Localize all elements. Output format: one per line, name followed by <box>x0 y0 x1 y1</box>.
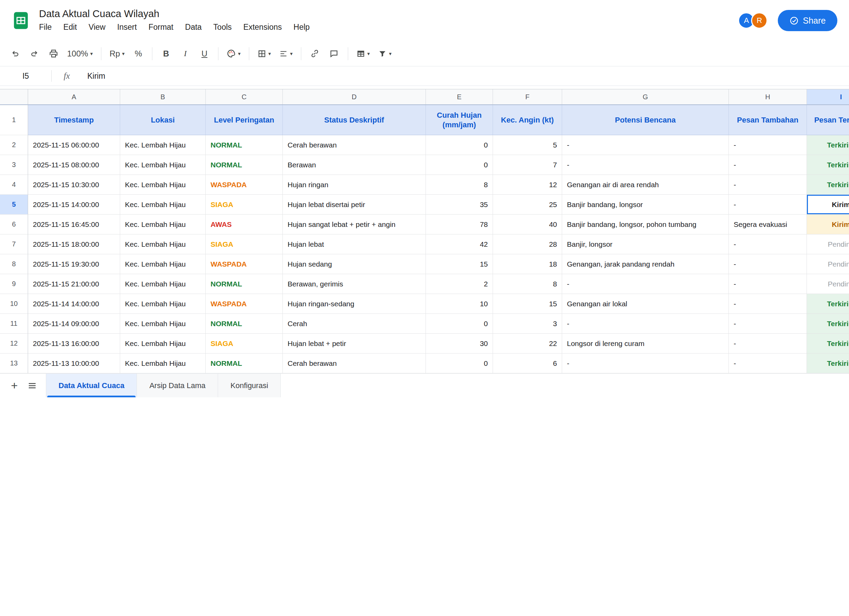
menu-data[interactable]: Data <box>179 21 208 34</box>
cell-D8[interactable]: Hujan sedang <box>283 254 426 274</box>
column-header-A[interactable]: A <box>28 89 120 104</box>
header-cell-A1[interactable]: Timestamp <box>28 105 120 135</box>
cell-A6[interactable]: 2025-11-15 16:45:00 <box>28 214 120 234</box>
cell-H11[interactable]: - <box>729 314 807 334</box>
cell-F3[interactable]: 7 <box>493 155 562 175</box>
cell-B4[interactable]: Kec. Lembah Hijau <box>120 175 206 195</box>
cell-E6[interactable]: 78 <box>426 214 493 234</box>
cell-E4[interactable]: 8 <box>426 175 493 195</box>
cell-G3[interactable]: - <box>562 155 729 175</box>
percent-format-button[interactable]: % <box>130 45 147 63</box>
cell-F6[interactable]: 40 <box>493 214 562 234</box>
cell-D3[interactable]: Berawan <box>283 155 426 175</box>
cell-C3[interactable]: NORMAL <box>206 155 283 175</box>
cell-E13[interactable]: 0 <box>426 354 493 373</box>
cell-F12[interactable]: 22 <box>493 334 562 354</box>
cell-E9[interactable]: 2 <box>426 274 493 294</box>
align-button[interactable]: ▾ <box>276 45 296 63</box>
cell-A13[interactable]: 2025-11-13 10:00:00 <box>28 354 120 373</box>
sheet-tab-data-aktual-cuaca[interactable]: Data Aktual Cuaca <box>46 374 137 397</box>
cell-H9[interactable]: - <box>729 274 807 294</box>
formula-input[interactable]: Kirim <box>82 71 105 81</box>
cell-C2[interactable]: NORMAL <box>206 135 283 155</box>
cell-F11[interactable]: 3 <box>493 314 562 334</box>
menu-extensions[interactable]: Extensions <box>238 21 288 34</box>
filter-button[interactable]: ▾ <box>374 45 395 63</box>
row-header-12[interactable]: 12 <box>0 334 28 354</box>
column-header-B[interactable]: B <box>120 89 206 104</box>
row-header-4[interactable]: 4 <box>0 175 28 195</box>
underline-button[interactable]: U <box>195 45 213 63</box>
cell-D4[interactable]: Hujan ringan <box>283 175 426 195</box>
undo-button[interactable] <box>6 45 24 63</box>
cell-I2[interactable]: Terkirim <box>807 135 849 155</box>
cell-F2[interactable]: 5 <box>493 135 562 155</box>
cell-I10[interactable]: Terkirim <box>807 294 849 314</box>
header-cell-B1[interactable]: Lokasi <box>120 105 206 135</box>
cell-E12[interactable]: 30 <box>426 334 493 354</box>
cell-G12[interactable]: Longsor di lereng curam <box>562 334 729 354</box>
row-header-8[interactable]: 8 <box>0 254 28 274</box>
redo-button[interactable] <box>25 45 43 63</box>
avatar-r[interactable]: R <box>751 12 767 29</box>
menu-edit[interactable]: Edit <box>58 21 83 34</box>
header-cell-D1[interactable]: Status Deskriptif <box>283 105 426 135</box>
row-header-3[interactable]: 3 <box>0 155 28 175</box>
cell-E5[interactable]: 35 <box>426 195 493 214</box>
cell-H12[interactable]: - <box>729 334 807 354</box>
cell-F5[interactable]: 25 <box>493 195 562 214</box>
select-all-corner[interactable] <box>0 89 28 104</box>
menu-tools[interactable]: Tools <box>207 21 238 34</box>
cell-D6[interactable]: Hujan sangat lebat + petir + angin <box>283 214 426 234</box>
cell-G7[interactable]: Banjir, longsor <box>562 234 729 254</box>
cell-D11[interactable]: Cerah <box>283 314 426 334</box>
cell-B10[interactable]: Kec. Lembah Hijau <box>120 294 206 314</box>
cell-A8[interactable]: 2025-11-15 19:30:00 <box>28 254 120 274</box>
column-header-I[interactable]: I <box>807 89 849 104</box>
cell-F13[interactable]: 6 <box>493 354 562 373</box>
cell-I9[interactable]: Pending <box>807 274 849 294</box>
cell-D10[interactable]: Hujan ringan-sedang <box>283 294 426 314</box>
cell-B11[interactable]: Kec. Lembah Hijau <box>120 314 206 334</box>
header-cell-F1[interactable]: Kec. Angin (kt) <box>493 105 562 135</box>
cell-I13[interactable]: Terkirim <box>807 354 849 373</box>
cell-C7[interactable]: SIAGA <box>206 234 283 254</box>
cell-E8[interactable]: 15 <box>426 254 493 274</box>
cell-I4[interactable]: Terkirim <box>807 175 849 195</box>
header-cell-I1[interactable]: Pesan Terkirim <box>807 105 849 135</box>
cell-D9[interactable]: Berawan, gerimis <box>283 274 426 294</box>
row-header-7[interactable]: 7 <box>0 234 28 254</box>
cell-B12[interactable]: Kec. Lembah Hijau <box>120 334 206 354</box>
cell-C10[interactable]: WASPADA <box>206 294 283 314</box>
row-header-2[interactable]: 2 <box>0 135 28 155</box>
insert-comment-button[interactable] <box>325 45 343 63</box>
menu-file[interactable]: File <box>33 21 58 34</box>
cell-I7[interactable]: Pending <box>807 234 849 254</box>
cell-D7[interactable]: Hujan lebat <box>283 234 426 254</box>
cell-E7[interactable]: 42 <box>426 234 493 254</box>
header-cell-C1[interactable]: Level Peringatan <box>206 105 283 135</box>
cell-G8[interactable]: Genangan, jarak pandang rendah <box>562 254 729 274</box>
cell-B3[interactable]: Kec. Lembah Hijau <box>120 155 206 175</box>
cell-A11[interactable]: 2025-11-14 09:00:00 <box>28 314 120 334</box>
cell-G4[interactable]: Genangan air di area rendah <box>562 175 729 195</box>
cell-C11[interactable]: NORMAL <box>206 314 283 334</box>
cell-B5[interactable]: Kec. Lembah Hijau <box>120 195 206 214</box>
cell-C13[interactable]: NORMAL <box>206 354 283 373</box>
row-header-1[interactable]: 1 <box>0 105 28 135</box>
row-header-10[interactable]: 10 <box>0 294 28 314</box>
cell-I6[interactable]: Kirim <box>807 214 849 234</box>
column-header-G[interactable]: G <box>562 89 729 104</box>
cell-H5[interactable]: - <box>729 195 807 214</box>
cell-F7[interactable]: 28 <box>493 234 562 254</box>
cell-A10[interactable]: 2025-11-14 14:00:00 <box>28 294 120 314</box>
cell-B9[interactable]: Kec. Lembah Hijau <box>120 274 206 294</box>
bold-button[interactable]: B <box>157 45 175 63</box>
cell-D5[interactable]: Hujan lebat disertai petir <box>283 195 426 214</box>
borders-button[interactable]: ▾ <box>254 45 274 63</box>
cell-H13[interactable]: - <box>729 354 807 373</box>
cell-H2[interactable]: - <box>729 135 807 155</box>
row-header-5[interactable]: 5 <box>0 195 28 214</box>
column-header-E[interactable]: E <box>426 89 493 104</box>
cell-G5[interactable]: Banjir bandang, longsor <box>562 195 729 214</box>
